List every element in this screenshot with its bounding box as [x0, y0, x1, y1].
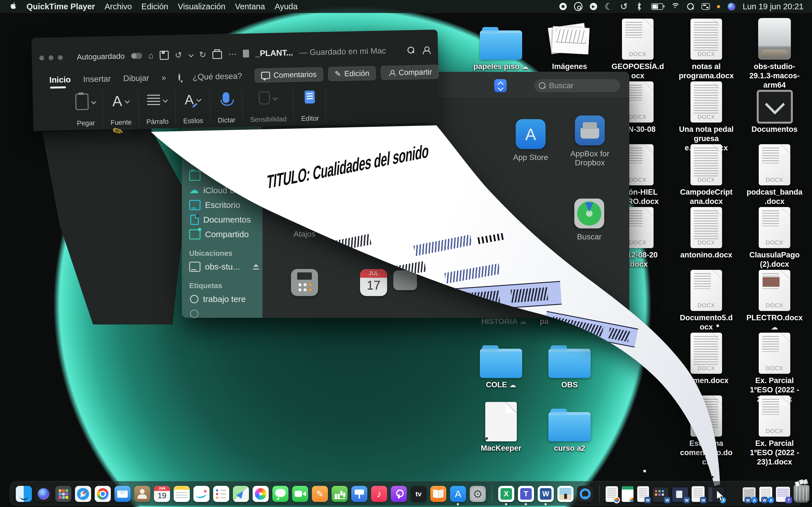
minimized-window[interactable]: T — [776, 487, 790, 502]
dock-pages-icon[interactable]: ✎ — [312, 486, 328, 502]
minimized-window[interactable]: AW — [743, 487, 756, 502]
desktop-icon-antonino[interactable]: DOCX antonino.docx — [678, 205, 734, 260]
minimized-window[interactable]: W — [637, 486, 649, 502]
desktop-icon-imagenes[interactable]: Imágenes — [541, 17, 598, 71]
dock-teams-icon[interactable]: T — [518, 486, 534, 502]
menu-edicion[interactable]: Edición — [142, 2, 168, 11]
dock-quicktime-icon[interactable] — [577, 486, 593, 502]
tab-dibujar[interactable]: Dibujar — [123, 73, 149, 83]
menu-ventana[interactable]: Ventana — [235, 2, 265, 11]
dock-contacts-icon[interactable] — [134, 486, 150, 502]
dock-calendar-icon[interactable]: JUN 19 — [154, 486, 170, 502]
minimize-button[interactable] — [49, 55, 53, 60]
dock-finder-icon[interactable] — [16, 486, 32, 502]
sidebar-item-trabajo-tere[interactable]: trabajo tere — [182, 292, 262, 306]
menu-app-name[interactable]: QuickTime Player — [27, 2, 95, 11]
battery-icon[interactable] — [650, 2, 664, 11]
minimized-window[interactable] — [622, 486, 633, 502]
print-icon[interactable] — [212, 51, 222, 59]
dock-excel-icon[interactable]: X — [498, 486, 514, 502]
minimized-window[interactable] — [606, 486, 618, 502]
control-center-icon[interactable] — [702, 2, 710, 11]
dock-music-icon[interactable]: ♪ — [371, 486, 387, 502]
dock-photos-icon[interactable] — [253, 486, 269, 502]
finder-app-calculator[interactable] — [276, 269, 333, 296]
stepper-control[interactable] — [494, 79, 507, 92]
dock-numbers-icon[interactable] — [332, 486, 348, 502]
desktop-icon-ex-parcial-1[interactable]: DOCX Ex. Parcial 1ºESO (2022 - 23)1.docx — [746, 394, 803, 467]
more-icon[interactable]: ⋯ — [228, 49, 237, 59]
search-field[interactable]: Buscar — [534, 79, 620, 92]
desktop-icon-label-fragment[interactable]: pa — [534, 317, 554, 326]
minimized-window[interactable]: AW — [759, 487, 772, 502]
dock-siri-icon[interactable] — [36, 486, 52, 502]
minimized-window[interactable]: W — [692, 486, 705, 502]
desktop-icon-notas-al-programa[interactable]: DOCX notas al programa.docx ☁ — [678, 17, 734, 90]
menu-archivo[interactable]: Archivo — [105, 2, 132, 11]
dock-messages-icon[interactable] — [272, 486, 289, 502]
eject-icon[interactable] — [252, 264, 260, 270]
sidebar-item-compartido[interactable]: Compartido — [182, 227, 262, 242]
save-icon[interactable] — [160, 51, 169, 60]
close-button[interactable] — [39, 55, 44, 60]
desktop-icon-cole[interactable]: COLE ☁ — [473, 335, 529, 390]
tab-inicio[interactable]: Inicio — [49, 75, 71, 85]
dock-books-icon[interactable] — [430, 486, 446, 502]
play-status-icon[interactable]: ▶ — [589, 2, 598, 11]
share-person-icon[interactable] — [423, 46, 429, 53]
desktop-icon-obs-folder[interactable]: OBS — [541, 335, 598, 390]
menu-ayuda[interactable]: Ayuda — [274, 2, 298, 11]
dock-launchpad-icon[interactable] — [55, 486, 71, 502]
autosave-toggle[interactable] — [131, 53, 142, 59]
focus-moon-icon[interactable]: ☾ — [605, 2, 613, 11]
minimized-window[interactable]: W — [672, 487, 688, 502]
dock-appstore-icon[interactable]: A — [450, 486, 466, 502]
desktop-icon-campodecriptana[interactable]: DOCX CampodeCriptana.docx — [678, 143, 734, 206]
adobe-creative-cloud-icon[interactable] — [574, 2, 582, 11]
sidebar-item-unknown[interactable] — [182, 168, 262, 183]
dock-maps-icon[interactable] — [233, 486, 249, 502]
desktop-icon-ex-parcial-2[interactable]: DOCX Ex. Parcial 1ºESO (2022 - 23)2.docx — [746, 331, 803, 404]
sidebar-item-escritorio[interactable]: Escritorio — [182, 198, 262, 212]
ribbon-paragraph-group[interactable]: Párrafo — [139, 88, 176, 129]
dock-word-icon[interactable]: W — [538, 486, 554, 502]
sidebar-item-partial[interactable] — [182, 306, 262, 321]
desktop-icon-documento5[interactable]: DOCX Documento5.docx — [678, 268, 734, 332]
desktop-icon-plectro[interactable]: DOCX PLECTRO.docx ☁ — [746, 268, 803, 332]
dock-preview-icon[interactable] — [557, 486, 573, 502]
dock-settings-icon[interactable]: ⚙ — [470, 486, 486, 502]
desktop-icon-una-nota-pedal[interactable]: DOCX Una nota pedal gruesa e...ves.docx — [678, 80, 734, 153]
desktop-icon-podcast-banda[interactable]: DOCX podcast_banda.docx — [746, 143, 803, 206]
desktop-icon-papeles-piso[interactable]: papeles piso ☁ — [473, 17, 529, 71]
dock-freeform-icon[interactable] — [193, 486, 209, 502]
dock-appletv-icon[interactable]: tv — [410, 486, 426, 502]
desktop-icon-documentos-stack[interactable]: Documentos — [746, 80, 803, 134]
minimized-window[interactable]: W — [653, 487, 668, 502]
desktop-icon-curso-a2[interactable]: curso a2 — [541, 399, 598, 453]
desktop-icon-resumen[interactable]: DOCX sumen.docx — [678, 331, 734, 385]
sidebar-item-documentos[interactable]: Documentos — [182, 212, 262, 227]
search-icon[interactable] — [407, 47, 414, 54]
apple-menu[interactable] — [10, 1, 17, 12]
desktop-icon-mackeeper[interactable]: ➚ MacKeeper — [473, 399, 529, 453]
desktop-icon-historia[interactable]: HISTORIA ☁ — [474, 317, 534, 326]
zoom-button[interactable] — [58, 55, 63, 60]
dock-keynote-icon[interactable] — [351, 486, 367, 502]
dock-facetime-icon[interactable] — [292, 486, 308, 502]
sidebar-item-obs-stu[interactable]: obs-stu... — [182, 260, 262, 274]
desktop-icon-obs-studio-dmg[interactable]: obs-studio-29.1.3-macos-arm64 — [746, 17, 803, 90]
ribbon-paste-group[interactable]: Pegar — [68, 90, 103, 130]
ribbon-editor-group[interactable]: Editor — [293, 85, 326, 125]
menu-visualizacion[interactable]: Visualización — [178, 2, 225, 11]
undo-icon[interactable]: ↺ — [175, 50, 182, 60]
ribbon-dictate-group[interactable]: Dictar — [210, 87, 243, 127]
tab-insertar[interactable]: Insertar — [83, 74, 111, 84]
dock-trash-icon[interactable] — [794, 485, 809, 503]
menu-clock[interactable]: Lun 19 jun 20:21 — [743, 2, 804, 11]
finder-app-appstore[interactable]: A App Store — [501, 119, 560, 162]
spotlight-search-icon[interactable] — [686, 2, 695, 11]
desktop-icon-geopoesia[interactable]: DOCX GEOPOESÍA.docx — [610, 17, 666, 80]
share-button[interactable]: Compartir — [380, 65, 439, 80]
dock-reminders-icon[interactable] — [213, 486, 229, 502]
home-icon[interactable]: ⌂ — [148, 51, 154, 60]
